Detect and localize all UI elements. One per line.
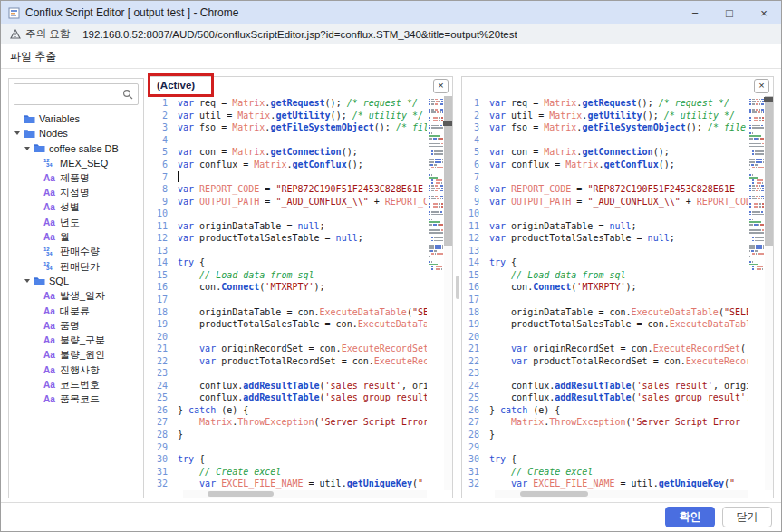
- pane-header: (Active) ×: [150, 77, 452, 96]
- code-editor[interactable]: 1var req = Matrix.getRequest(); /* reque…: [150, 97, 427, 490]
- close-window-button[interactable]: ×: [747, 1, 781, 24]
- tree-item[interactable]: 1234판매수량: [9, 245, 143, 259]
- code-line: 21 var originRecordSet = con.ExecuteReco…: [150, 343, 427, 355]
- line-number: 16: [462, 282, 489, 292]
- scroll-position-marker[interactable]: [443, 121, 452, 126]
- close-pane-button[interactable]: ×: [433, 79, 449, 93]
- code-line: 31 // Create excel: [150, 465, 427, 478]
- line-number: 28: [462, 430, 489, 440]
- editor-pane-active: (Active) × 1var req = Matrix.getRequest(…: [150, 76, 453, 498]
- code-line: 5var con = Matrix.getConnection();: [462, 146, 748, 159]
- tree-item[interactable]: Variables: [9, 111, 143, 126]
- tree-item[interactable]: Aa대분류: [9, 304, 143, 318]
- line-number: 25: [462, 392, 489, 402]
- folder-icon: [24, 114, 35, 124]
- tree-item[interactable]: Aa제품명: [9, 170, 143, 185]
- expand-arrow-icon[interactable]: [24, 147, 34, 150]
- scroll-position-marker[interactable]: [764, 97, 773, 102]
- tree-item-label: 코드번호: [60, 378, 100, 392]
- code-line: 5var con = Matrix.getConnection();: [150, 146, 427, 159]
- horizontal-scrollbar-thumb[interactable]: [520, 491, 588, 497]
- tree-item[interactable]: Aa년도: [9, 215, 143, 229]
- line-number: 7: [462, 172, 489, 182]
- line-number: 31: [462, 467, 489, 477]
- tree-item[interactable]: Aa불량_구분: [9, 333, 143, 347]
- close-dialog-button[interactable]: 닫기: [722, 507, 772, 527]
- line-number: 14: [462, 257, 489, 267]
- vertical-scrollbar-thumb[interactable]: [765, 96, 773, 246]
- text-field-icon: Aa: [43, 291, 56, 301]
- horizontal-scrollbar-thumb[interactable]: [208, 491, 274, 497]
- number-field-icon: 1234: [43, 159, 56, 168]
- tree-item-label: 지점명: [60, 186, 90, 199]
- line-number: 28: [150, 430, 178, 440]
- minimap[interactable]: [429, 98, 443, 488]
- line-number: 9: [462, 197, 489, 207]
- tree-item[interactable]: 1234MEX_SEQ: [9, 156, 143, 170]
- minimize-button[interactable]: −: [678, 1, 712, 24]
- expand-arrow-icon[interactable]: [24, 279, 34, 283]
- code-line: 29: [462, 440, 748, 453]
- title-bar: Conflux Script Editor [ output test ] - …: [1, 1, 781, 24]
- tree-item[interactable]: SQL: [9, 274, 143, 288]
- url-text: 192.168.0.52:8087/AUD/500/confluxScriptE…: [82, 29, 517, 40]
- menu-file-extract[interactable]: 파일 추출: [1, 49, 65, 64]
- tree-item[interactable]: Aa코드번호: [9, 377, 143, 392]
- tree-item[interactable]: Aa불량_원인: [9, 348, 143, 363]
- horizontal-scrollbar: [183, 490, 427, 498]
- content-area: VariablesNodescoffee salse DB1234MEX_SEQ…: [1, 69, 781, 502]
- text-field-icon: Aa: [43, 365, 56, 375]
- tree-item[interactable]: Aa진행사항: [9, 363, 143, 377]
- code-editor[interactable]: 1var req = Matrix.getRequest(); /* reque…: [462, 97, 748, 490]
- tree-item[interactable]: Aa성별: [9, 200, 143, 215]
- minimap[interactable]: [749, 98, 764, 488]
- close-pane-button[interactable]: ×: [754, 79, 769, 93]
- vertical-scrollbar: [765, 96, 773, 490]
- line-number: 32: [462, 479, 489, 488]
- folder-icon: [34, 276, 45, 286]
- tree-item[interactable]: 1234판매단가: [9, 259, 143, 274]
- code-line: 16 con.Connect('MTXRPTY');: [150, 281, 427, 294]
- line-number: 11: [150, 221, 178, 231]
- line-number: 24: [462, 381, 489, 391]
- code-line: 27 Matrix.ThrowException('Server Script …: [150, 416, 427, 429]
- tree-item[interactable]: Aa월: [9, 229, 143, 244]
- code-line: 29: [150, 440, 427, 453]
- line-number: 24: [150, 381, 178, 391]
- expand-arrow-icon[interactable]: [14, 131, 24, 135]
- sidebar-search-box[interactable]: [14, 83, 139, 105]
- line-number: 7: [150, 172, 178, 182]
- maximize-button[interactable]: □: [712, 1, 747, 24]
- code-line: 8var REPORT_CODE = "REP872C190F51F2453C8…: [462, 183, 748, 196]
- code-line: 18 originDataTable = con.ExecuteDataTabl…: [150, 305, 427, 318]
- line-number: 4: [150, 135, 178, 145]
- line-number: 26: [462, 405, 489, 415]
- text-field-icon: Aa: [43, 380, 56, 390]
- tree-item-label: 제품명: [60, 171, 90, 185]
- tree-item[interactable]: Nodes: [9, 126, 143, 140]
- tree-item[interactable]: Aa품목코드: [9, 392, 143, 407]
- tree-item[interactable]: Aa발생_일자: [9, 289, 143, 304]
- confirm-button[interactable]: 확인: [665, 507, 715, 527]
- code-line: 28}: [150, 429, 427, 441]
- code-line: 26} catch (e) {: [150, 404, 427, 417]
- tree-item[interactable]: coffee salse DB: [9, 141, 143, 156]
- code-line: 32 var EXCEL_FILE_NAME = util.getUniqueK…: [150, 478, 427, 490]
- text-field-icon: Aa: [43, 350, 56, 360]
- pane-splitter[interactable]: [453, 76, 461, 498]
- code-line: 25 conflux.addResultTable('sales group r…: [150, 392, 427, 404]
- sidebar-tree: VariablesNodescoffee salse DB1234MEX_SEQ…: [9, 110, 143, 498]
- editor-pane-secondary: × 1var req = Matrix.getRequest(); /* req…: [461, 76, 774, 498]
- code-line: 25 conflux.addResultTable('sales group r…: [462, 392, 748, 404]
- tree-item[interactable]: Aa품명: [9, 318, 143, 333]
- code-line: 15 // Load data from sql: [462, 269, 748, 282]
- code-line: 28}: [462, 429, 748, 441]
- vertical-scrollbar-thumb[interactable]: [444, 96, 452, 246]
- code-line: 10: [150, 208, 427, 220]
- line-number: 30: [462, 454, 489, 464]
- text-field-icon: Aa: [43, 173, 56, 183]
- tree-item[interactable]: Aa지점명: [9, 185, 143, 199]
- search-input[interactable]: [14, 84, 122, 104]
- variables-sidebar: VariablesNodescoffee salse DB1234MEX_SEQ…: [8, 78, 144, 498]
- address-bar[interactable]: 주의 요함 192.168.0.52:8087/AUD/500/confluxS…: [1, 24, 781, 44]
